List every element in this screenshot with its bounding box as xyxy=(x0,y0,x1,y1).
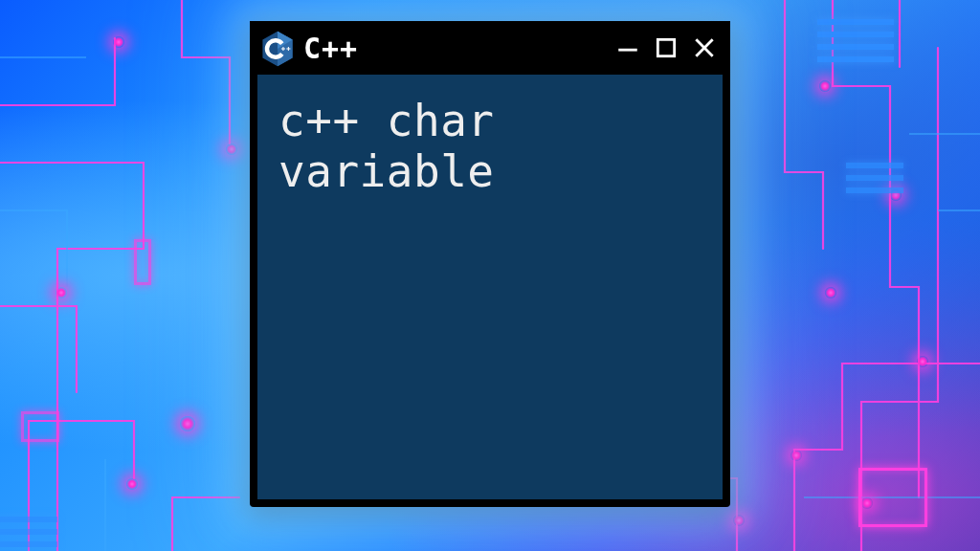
neon-node-icon xyxy=(180,416,195,431)
neon-node-icon xyxy=(825,287,836,298)
decorative-bars xyxy=(0,517,57,547)
terminal-window: C++ c++ char variable xyxy=(250,21,730,507)
titlebar[interactable]: C++ xyxy=(250,21,730,75)
maximize-button[interactable] xyxy=(654,35,679,60)
terminal-text: c++ char variable xyxy=(278,96,702,197)
decorative-bars xyxy=(846,163,903,193)
svg-rect-8 xyxy=(657,39,674,55)
minimize-button[interactable] xyxy=(615,35,640,60)
decorative-chip-icon xyxy=(858,468,927,527)
neon-node-icon xyxy=(226,143,237,155)
window-controls xyxy=(615,35,717,60)
close-button[interactable] xyxy=(692,35,717,60)
window-client-area: c++ char variable xyxy=(257,75,723,499)
decorative-chip-icon xyxy=(21,411,59,442)
neon-node-icon xyxy=(791,450,802,461)
neon-node-icon xyxy=(126,478,138,490)
neon-node-icon xyxy=(733,515,745,526)
cpp-hex-logo-icon xyxy=(261,31,294,67)
decorative-chip-icon xyxy=(134,239,151,285)
decorative-bars xyxy=(817,19,894,62)
svg-rect-4 xyxy=(281,48,285,49)
neon-node-icon xyxy=(113,36,124,48)
svg-rect-6 xyxy=(286,48,290,49)
neon-node-icon xyxy=(917,356,928,367)
window-title: C++ xyxy=(303,32,358,65)
neon-node-icon xyxy=(819,80,831,92)
neon-node-icon xyxy=(56,287,67,298)
